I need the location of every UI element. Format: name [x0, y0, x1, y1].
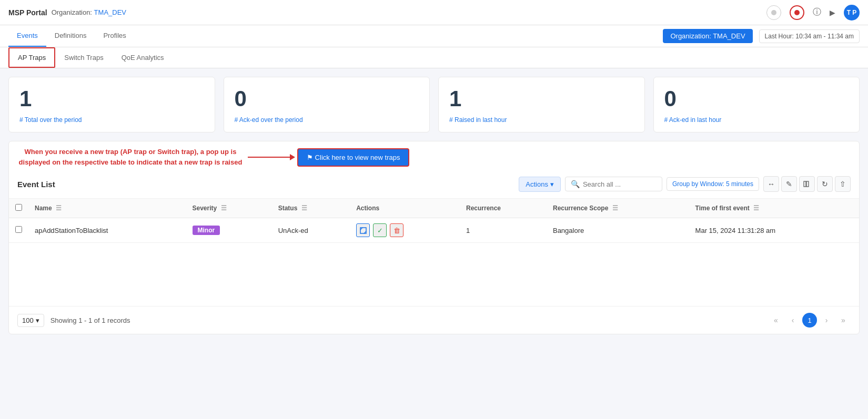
search-box: 🔍 [565, 177, 662, 191]
stat-number-acked-hour: 0 [664, 88, 849, 110]
annotation-text: When you receive a new trap (AP trap or … [17, 147, 244, 168]
row-time: Mar 15, 2024 11:31:28 am [689, 218, 859, 243]
columns-icon-button[interactable] [799, 176, 815, 192]
expand-row-button[interactable] [356, 223, 370, 237]
user-avatar[interactable]: T P [844, 5, 860, 21]
stat-number-acked-period: 0 [235, 88, 419, 110]
columns-icon [803, 180, 811, 188]
new-traps-button[interactable]: ⚑ Click here to view new traps [297, 148, 409, 167]
prev-page-button[interactable]: ‹ [785, 313, 800, 328]
showing-text: Showing 1 - 1 of 1 records [51, 316, 130, 324]
help-icon[interactable]: ⓘ [813, 7, 821, 18]
tab-navigation: Events Definitions Profiles Organization… [0, 25, 868, 47]
event-table-wrapper: Name ☰ Severity ☰ Status ☰ Actions Recur… [9, 199, 859, 243]
annotation-area: When you receive a new trap (AP trap or … [9, 141, 859, 170]
col-menu-time[interactable]: ☰ [753, 205, 759, 212]
table-body: apAddStationToBlacklist Minor UnAck-ed [9, 218, 859, 243]
svg-rect-0 [804, 181, 806, 187]
svg-rect-1 [806, 181, 809, 187]
nav-left: MSP Portal Organization: TMA_DEV [8, 8, 126, 17]
sub-tab-switch-traps[interactable]: Switch Traps [55, 48, 112, 67]
col-actions: Actions [350, 199, 460, 218]
col-time: Time of first event ☰ [689, 199, 859, 218]
stat-label-total[interactable]: Total over the period [19, 116, 204, 124]
col-recurrence-scope: Recurrence Scope ☰ [547, 199, 689, 218]
arrow-head [290, 154, 295, 160]
search-icon: 🔍 [571, 180, 580, 188]
select-all-checkbox[interactable] [15, 204, 22, 211]
table-row: apAddStationToBlacklist Minor UnAck-ed [9, 218, 859, 243]
row-status: UnAck-ed [272, 218, 350, 243]
per-page-value: 100 [22, 316, 34, 324]
group-window-control: Group by Window: 5 minutes [667, 177, 759, 191]
last-page-button[interactable]: » [836, 313, 851, 328]
nav-right: ⓘ ▶ T P [766, 5, 860, 21]
org-name: TMA_DEV [94, 8, 126, 16]
col-checkbox [9, 199, 28, 218]
page-1-button[interactable]: 1 [802, 313, 817, 328]
refresh-icon-button[interactable]: ↻ [817, 176, 833, 192]
org-button[interactable]: Organization: TMA_DEV [663, 29, 752, 43]
table-head: Name ☰ Severity ☰ Status ☰ Actions Recur… [9, 199, 859, 218]
arrow-line [248, 157, 290, 158]
stat-card-acked-hour: 0 Ack-ed in last hour [653, 77, 860, 132]
col-recurrence: Recurrence [460, 199, 547, 218]
group-window-label: Group by Window: [672, 180, 726, 188]
actions-label: Actions [526, 180, 548, 188]
main-tabs: Events Definitions Profiles [8, 25, 135, 47]
row-actions-cell: ✓ 🗑 [350, 218, 460, 243]
tab-definitions[interactable]: Definitions [46, 25, 95, 47]
event-list-title: Event List [17, 180, 55, 189]
tab-profiles[interactable]: Profiles [95, 25, 134, 47]
status-circle-icon [766, 5, 781, 20]
pagination-bar: 100 ▾ Showing 1 - 1 of 1 records « ‹ 1 ›… [9, 306, 859, 334]
first-page-button[interactable]: « [769, 313, 783, 328]
row-recurrence-scope: Bangalore [547, 218, 689, 243]
actions-chevron-icon: ▾ [550, 180, 554, 188]
actions-dropdown-button[interactable]: Actions ▾ [519, 177, 561, 192]
group-window-value: 5 minutes [726, 180, 753, 188]
export-icon-button[interactable]: ⇧ [835, 176, 851, 192]
event-list-container: When you receive a new trap (AP trap or … [8, 141, 860, 334]
row-name: apAddStationToBlacklist [28, 218, 186, 243]
sub-tab-ap-traps[interactable]: AP Traps [8, 47, 55, 68]
tab-events[interactable]: Events [8, 25, 46, 47]
delete-row-button[interactable]: 🗑 [390, 223, 403, 237]
status-dot [771, 10, 776, 15]
stat-label-raised-hour[interactable]: Raised in last hour [449, 116, 634, 124]
stat-number-raised-hour: 1 [449, 88, 634, 110]
col-menu-severity[interactable]: ☰ [221, 205, 227, 212]
app-title: MSP Portal [8, 8, 47, 17]
severity-badge-minor: Minor [193, 226, 220, 235]
page-navigation: « ‹ 1 › » [769, 313, 851, 328]
stat-card-acked-period: 0 Ack-ed over the period [224, 77, 430, 132]
row-checkbox-cell [9, 218, 28, 243]
search-input[interactable] [583, 180, 657, 188]
play-icon[interactable]: ▶ [830, 8, 835, 17]
event-list-header: Event List Actions ▾ 🔍 Group by Window: … [9, 170, 859, 199]
expand-row-icon [360, 227, 367, 234]
col-menu-name[interactable]: ☰ [56, 205, 62, 212]
record-button[interactable] [790, 5, 804, 20]
stat-card-raised-hour: 1 Raised in last hour [438, 77, 645, 132]
sub-tab-qoe-analytics[interactable]: QoE Analytics [113, 48, 173, 67]
top-bar-controls: Actions ▾ 🔍 Group by Window: 5 minutes ↔… [519, 176, 851, 192]
next-page-button[interactable]: › [819, 313, 834, 328]
stat-label-acked-period[interactable]: Ack-ed over the period [235, 116, 419, 124]
row-action-icons: ✓ 🗑 [356, 223, 453, 237]
edit-icon-button[interactable]: ✎ [781, 176, 797, 192]
sub-tab-navigation: AP Traps Switch Traps QoE Analytics [0, 47, 868, 68]
arrow-section: ⚑ Click here to view new traps [248, 148, 409, 167]
tab-nav-right: Organization: TMA_DEV Last Hour: 10:34 a… [663, 29, 860, 43]
per-page-select[interactable]: 100 ▾ [17, 314, 44, 327]
stat-label-acked-hour[interactable]: Ack-ed in last hour [664, 116, 849, 124]
table-empty-space [9, 243, 859, 306]
col-severity: Severity ☰ [186, 199, 272, 218]
expand-icon-button[interactable]: ↔ [763, 176, 779, 192]
col-menu-scope[interactable]: ☰ [612, 205, 618, 212]
per-page-chevron-icon: ▾ [36, 316, 39, 324]
col-menu-status[interactable]: ☰ [301, 205, 307, 212]
ack-row-button[interactable]: ✓ [373, 223, 387, 237]
row-checkbox[interactable] [15, 226, 22, 233]
stat-number-total: 1 [19, 88, 204, 110]
